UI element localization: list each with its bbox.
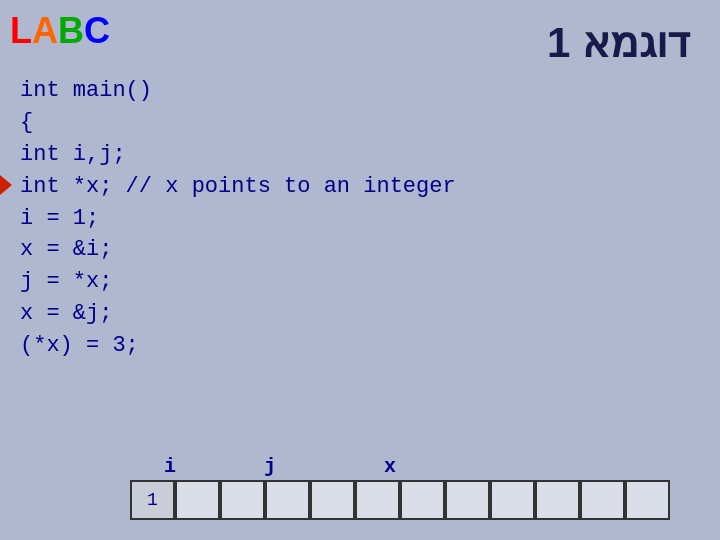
code-text-9: (*x) = 3;	[20, 330, 139, 362]
memory-label-j: j	[210, 455, 330, 478]
code-line-5: i = 1;	[20, 203, 456, 235]
memory-cell-11	[625, 480, 670, 520]
logo-B: B	[58, 10, 84, 51]
memory-diagram: i j x 1	[130, 455, 670, 520]
logo-L: L	[10, 10, 32, 51]
code-line-8: x = &j;	[20, 298, 456, 330]
logo-A: A	[32, 10, 58, 51]
memory-cell-8	[490, 480, 535, 520]
svg-marker-0	[0, 175, 12, 195]
code-line-6: x = &i;	[20, 234, 456, 266]
code-text-1: int main()	[20, 75, 152, 107]
memory-cell-10	[580, 480, 625, 520]
memory-cell-7	[445, 480, 490, 520]
code-text-7: j = *x;	[20, 266, 112, 298]
memory-cell-6	[400, 480, 445, 520]
memory-cell-2	[220, 480, 265, 520]
memory-cell-5	[355, 480, 400, 520]
memory-label-x: x	[330, 455, 450, 478]
memory-cell-0: 1	[130, 480, 175, 520]
arrow-icon	[0, 173, 12, 197]
code-text-6: x = &i;	[20, 234, 112, 266]
memory-cell-9	[535, 480, 580, 520]
code-line-3: int i,j;	[20, 139, 456, 171]
code-block: int main() { int i,j; int *x; // x point…	[20, 75, 456, 362]
logo-C: C	[84, 10, 110, 51]
memory-labels: i j x	[130, 455, 450, 478]
code-text-5: i = 1;	[20, 203, 99, 235]
memory-cell-4	[310, 480, 355, 520]
page-title: דוגמא 1	[547, 18, 690, 67]
memory-cell-1	[175, 480, 220, 520]
code-line-9: (*x) = 3;	[20, 330, 456, 362]
code-text-8: x = &j;	[20, 298, 112, 330]
memory-label-i: i	[130, 455, 210, 478]
code-text-2: {	[20, 107, 33, 139]
code-line-2: {	[20, 107, 456, 139]
code-line-4: int *x; // x points to an integer	[20, 171, 456, 203]
memory-cell-3	[265, 480, 310, 520]
logo: LABC	[10, 10, 110, 52]
memory-cells: 1	[130, 480, 670, 520]
code-line-1: int main()	[20, 75, 456, 107]
code-line-7: j = *x;	[20, 266, 456, 298]
code-text-3: int i,j;	[20, 139, 126, 171]
code-text-4: int *x; // x points to an integer	[20, 171, 456, 203]
